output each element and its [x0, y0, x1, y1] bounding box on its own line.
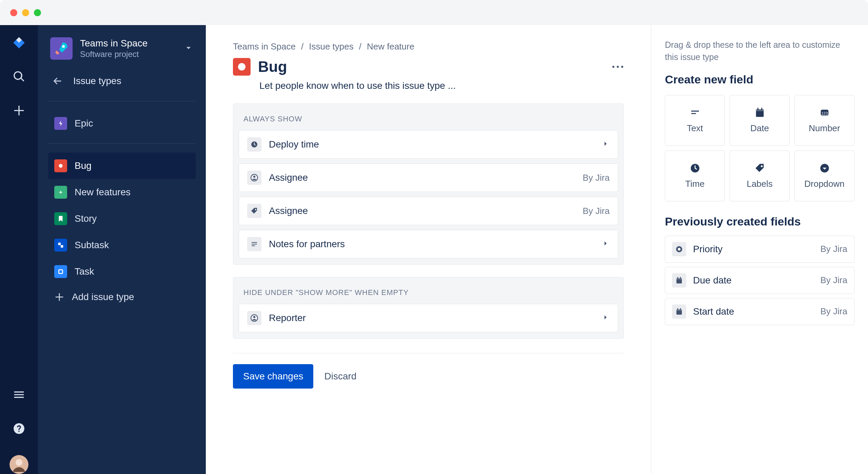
field-row-assignee-tag[interactable]: Assignee By Jira	[239, 197, 618, 225]
person-icon	[247, 311, 261, 325]
field-label: Due date	[693, 275, 732, 286]
issue-type-icon	[233, 58, 251, 76]
footer-buttons: Save changes Discard	[233, 364, 624, 389]
content-column: Teams in Space / Issue types / New featu…	[206, 25, 651, 474]
discard-button[interactable]: Discard	[324, 371, 356, 382]
field-row-assignee[interactable]: Assignee By Jira	[239, 163, 618, 192]
sidebar-item-new-features[interactable]: New features	[48, 179, 196, 205]
add-issue-type-label: Add issue type	[72, 292, 134, 302]
window-traffic-lights	[10, 9, 41, 16]
chevron-right-icon	[601, 239, 610, 249]
close-window-button[interactable]	[10, 9, 17, 16]
field-row-reporter[interactable]: Reporter	[239, 304, 618, 332]
minimize-window-button[interactable]	[22, 9, 29, 16]
sidebar-item-label: Story	[75, 213, 97, 224]
breadcrumb-link[interactable]: Teams in Space	[233, 41, 296, 52]
field-type-tiles: Text Date Number Time Labels Dropdown	[665, 95, 854, 201]
project-subtitle: Software project	[80, 50, 147, 59]
footer-divider	[233, 353, 624, 353]
save-button[interactable]: Save changes	[233, 364, 313, 389]
plus-icon	[54, 292, 64, 302]
prev-field-priority[interactable]: Priority By Jira	[665, 236, 854, 263]
tile-labels[interactable]: Labels	[730, 151, 790, 201]
field-source-badge: By Jira	[821, 306, 847, 317]
chevron-down-icon	[183, 43, 194, 54]
sidebar-item-label: Epic	[75, 118, 93, 129]
field-row-notes[interactable]: Notes for partners	[239, 230, 618, 258]
field-label: Assignee	[269, 172, 308, 183]
calendar-icon	[672, 304, 686, 319]
maximize-window-button[interactable]	[34, 9, 41, 16]
breadcrumb-link[interactable]: New feature	[367, 41, 414, 52]
number-icon	[819, 107, 830, 118]
project-sidebar: Teams in Space Software project Issue ty…	[38, 25, 206, 474]
previously-created-list: Priority By Jira Due date By Jira Start …	[665, 236, 854, 325]
global-nav-rail	[0, 25, 38, 474]
labels-icon	[754, 162, 766, 174]
main-area: Teams in Space / Issue types / New featu…	[206, 25, 868, 474]
tile-text[interactable]: Text	[665, 95, 725, 146]
help-icon[interactable]	[12, 421, 26, 436]
app-window: Teams in Space Software project Issue ty…	[0, 0, 868, 474]
sidebar-divider-2	[48, 143, 196, 144]
project-name: Teams in Space	[80, 38, 147, 49]
breadcrumb: Teams in Space / Issue types / New featu…	[233, 41, 624, 52]
jira-logo-icon[interactable]	[12, 35, 26, 50]
menu-icon[interactable]	[12, 387, 26, 402]
field-source-badge: By Jira	[583, 206, 610, 216]
tile-time[interactable]: Time	[665, 151, 725, 201]
sidebar-item-epic[interactable]: Epic	[48, 110, 196, 137]
sidebar-item-bug[interactable]: Bug	[48, 153, 196, 179]
create-field-heading: Create new field	[665, 73, 854, 86]
chevron-right-icon	[601, 313, 610, 323]
text-icon	[247, 237, 261, 251]
clock-icon	[247, 137, 261, 152]
text-short-icon	[689, 107, 701, 118]
back-to-issue-types[interactable]: Issue types	[48, 68, 196, 94]
sidebar-item-subtask[interactable]: Subtask	[48, 232, 196, 258]
tile-date[interactable]: Date	[730, 95, 790, 146]
page-description[interactable]: Let people know when to use this issue t…	[259, 80, 624, 91]
field-row-deploy-time[interactable]: Deploy time	[239, 130, 618, 159]
sidebar-item-task[interactable]: Task	[48, 258, 196, 285]
subtask-icon	[54, 239, 67, 252]
sidebar-item-label: Bug	[75, 160, 92, 171]
project-icon	[50, 37, 73, 60]
calendar-icon	[672, 273, 686, 288]
previously-created-heading: Previously created fields	[665, 215, 854, 228]
add-issue-type-button[interactable]: Add issue type	[48, 285, 196, 309]
search-icon[interactable]	[12, 69, 26, 84]
right-panel: Drag & drop these to the left area to cu…	[651, 25, 868, 474]
field-source-badge: By Jira	[821, 244, 847, 254]
field-source-badge: By Jira	[583, 173, 610, 183]
sidebar-item-label: Subtask	[75, 240, 109, 251]
task-icon	[54, 265, 67, 278]
dropdown-icon	[819, 162, 830, 174]
sidebar-item-label: New features	[75, 187, 131, 198]
field-label: Notes for partners	[269, 239, 345, 250]
tag-icon	[247, 204, 261, 218]
sidebar-item-label: Task	[75, 266, 94, 277]
page-title: Bug	[258, 58, 287, 75]
prev-field-due-date[interactable]: Due date By Jira	[665, 267, 854, 294]
more-actions-button[interactable]	[612, 64, 624, 70]
arrow-left-icon	[52, 75, 63, 87]
radio-icon	[672, 242, 686, 256]
calendar-icon	[754, 107, 766, 118]
field-label: Deploy time	[269, 139, 319, 150]
group-header: HIDE UNDER "SHOW MORE" WHEN EMPTY	[233, 283, 624, 304]
tile-number[interactable]: Number	[794, 95, 854, 146]
project-switcher[interactable]: Teams in Space Software project	[48, 34, 196, 68]
prev-field-start-date[interactable]: Start date By Jira	[665, 298, 854, 325]
hide-when-empty-group: HIDE UNDER "SHOW MORE" WHEN EMPTY Report…	[233, 277, 624, 339]
page-header: Bug	[233, 58, 624, 76]
new-feature-icon	[54, 186, 67, 199]
sidebar-item-story[interactable]: Story	[48, 205, 196, 232]
drag-drop-hint: Drag & drop these to the left area to cu…	[665, 39, 854, 63]
profile-avatar[interactable]	[9, 455, 28, 474]
always-show-group: ALWAYS SHOW Deploy time Assignee By Jira…	[233, 103, 624, 265]
group-header: ALWAYS SHOW	[233, 110, 624, 130]
create-icon[interactable]	[12, 103, 26, 118]
tile-dropdown[interactable]: Dropdown	[794, 151, 854, 201]
breadcrumb-link[interactable]: Issue types	[309, 41, 354, 52]
